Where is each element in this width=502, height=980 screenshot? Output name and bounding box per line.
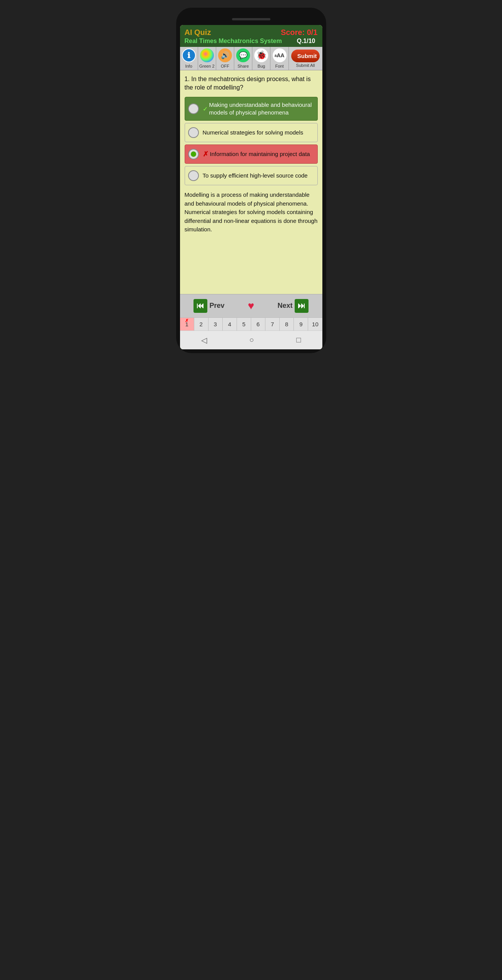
submit-all-button[interactable]: Submit [291, 50, 320, 62]
question-grid-item-8[interactable]: 8 [280, 318, 294, 331]
share-icon: 💬 [236, 48, 250, 62]
option-d-text: To supply efficient high-level source co… [203, 172, 308, 179]
question-grid-item-1[interactable]: ✗1 [180, 318, 194, 331]
next-arrow-icon: ⏭ [295, 299, 309, 313]
font-icon: aAA [273, 48, 287, 62]
question-grid-item-10[interactable]: 10 [308, 318, 322, 331]
status-notch [232, 18, 270, 20]
question-grid-item-9[interactable]: 9 [294, 318, 308, 331]
question-grid-item-2[interactable]: 2 [194, 318, 208, 331]
question-grid-item-4[interactable]: 4 [223, 318, 237, 331]
option-b[interactable]: Numerical strategies for solving models [185, 123, 318, 142]
prev-button[interactable]: ⏮ Prev [180, 294, 238, 317]
info-icon: ℹ [182, 48, 196, 62]
green2-icon [200, 48, 214, 62]
submit-all-label: Submit All [296, 63, 315, 68]
toolbar: ℹ Info Green 2 🔊 OFF 💬 Share 🐞 Bug aAA [180, 47, 322, 70]
off-icon: 🔊 [218, 48, 232, 62]
android-navigation: ◁ ○ □ [180, 331, 322, 349]
score-display: Score: 0/1 [281, 28, 318, 37]
heart-icon: ♥ [248, 300, 254, 312]
question-grid: ✗12345678910 [180, 317, 322, 331]
radio-c [188, 149, 199, 159]
radio-d [188, 170, 199, 181]
question-grid-item-6[interactable]: 6 [251, 318, 265, 331]
radio-b [188, 127, 199, 138]
heart-button[interactable]: ♥ [238, 294, 264, 317]
question-number: Q.1/10 [294, 37, 317, 45]
option-a[interactable]: ✓ Making understandable and behavioural … [185, 97, 318, 121]
option-c-text: Information for maintaining project data [210, 150, 310, 158]
phone-frame: AI Quiz Score: 0/1 Real Times Mechatroni… [176, 8, 326, 353]
toolbar-off[interactable]: 🔊 OFF [216, 47, 234, 70]
share-label: Share [237, 64, 248, 68]
question-text: 1. In the mechatronics design process, w… [185, 75, 318, 92]
option-c[interactable]: ✗ Information for maintaining project da… [185, 145, 318, 164]
app-container: AI Quiz Score: 0/1 Real Times Mechatroni… [180, 25, 322, 349]
explanation-text: Modelling is a process of making underst… [185, 189, 318, 236]
question-grid-number: 2 [199, 321, 202, 327]
question-grid-number: 6 [257, 321, 260, 327]
question-grid-number: 8 [285, 321, 288, 327]
header-bottom: Real Times Mechatronics System Q.1/10 [185, 37, 318, 45]
question-grid-number: 5 [242, 321, 245, 327]
correct-check-icon: ✓ [203, 105, 208, 113]
status-bar [180, 15, 322, 23]
question-number-inline: 1. [185, 76, 192, 82]
prev-arrow-icon: ⏮ [193, 299, 207, 313]
question-grid-number: 3 [214, 321, 217, 327]
font-label: Font [275, 64, 284, 68]
off-label: OFF [221, 64, 229, 68]
green2-label: Green 2 [199, 64, 215, 68]
option-d[interactable]: To supply efficient high-level source co… [185, 166, 318, 185]
info-label: Info [185, 64, 192, 68]
question-grid-item-7[interactable]: 7 [265, 318, 280, 331]
next-button[interactable]: Next ⏭ [264, 294, 322, 317]
wrong-x-icon: ✗ [203, 150, 208, 158]
question-grid-number: 9 [299, 321, 302, 327]
option-a-text: Making understandable and behavioural mo… [209, 101, 314, 117]
toolbar-share[interactable]: 💬 Share [234, 47, 252, 70]
system-title: Real Times Mechatronics System [185, 38, 282, 45]
back-button[interactable]: ◁ [201, 336, 207, 345]
toolbar-font[interactable]: aAA Font [270, 47, 289, 70]
radio-c-inner [191, 151, 196, 157]
question-body: In the mechatronics design process, what… [185, 76, 311, 91]
toolbar-info[interactable]: ℹ Info [180, 47, 198, 70]
toolbar-bug[interactable]: 🐞 Bug [252, 47, 270, 70]
bug-label: Bug [258, 64, 265, 68]
next-label: Next [277, 302, 292, 310]
app-title: AI Quiz [185, 28, 211, 37]
header-top: AI Quiz Score: 0/1 [185, 28, 318, 37]
option-b-text: Numerical strategies for solving models [203, 129, 304, 136]
toolbar-green2[interactable]: Green 2 [198, 47, 216, 70]
question-grid-number: 10 [312, 321, 319, 327]
question-grid-number: 4 [228, 321, 231, 327]
bug-icon: 🐞 [254, 48, 268, 62]
question-grid-item-5[interactable]: 5 [237, 318, 251, 331]
home-button[interactable]: ○ [249, 336, 254, 344]
radio-a [188, 103, 199, 114]
recent-button[interactable]: □ [296, 336, 301, 344]
question-wrong-mark: ✗ [185, 318, 188, 323]
header: AI Quiz Score: 0/1 Real Times Mechatroni… [180, 25, 322, 47]
content-spacer [180, 240, 322, 294]
prev-label: Prev [210, 302, 225, 310]
navigation-bar: ⏮ Prev ♥ Next ⏭ [180, 294, 322, 317]
question-grid-number: 7 [271, 321, 274, 327]
question-area: 1. In the mechatronics design process, w… [180, 70, 322, 240]
toolbar-submit-all[interactable]: Submit Submit All [289, 47, 322, 70]
question-grid-item-3[interactable]: 3 [208, 318, 223, 331]
